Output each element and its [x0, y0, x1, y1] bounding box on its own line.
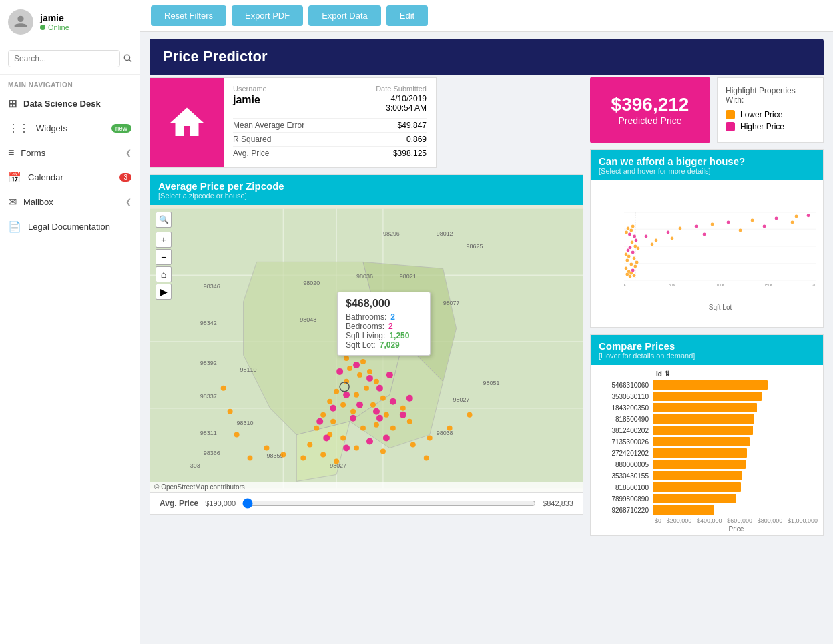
x-tick-0: $0: [655, 517, 661, 524]
search-button[interactable]: [123, 53, 132, 65]
sidebar-item-mailbox[interactable]: ✉ Mailbox ❮: [0, 190, 140, 214]
svg-text:98296: 98296: [383, 230, 400, 237]
bar: [653, 460, 746, 469]
svg-point-79: [386, 372, 393, 378]
price-min: $190,000: [205, 499, 236, 507]
list-icon: ≡: [8, 147, 14, 159]
svg-point-144: [775, 217, 778, 220]
mail-icon: ✉: [8, 196, 17, 208]
sort-icon: ⇅: [665, 370, 670, 378]
reset-filters-button[interactable]: Reset Filters: [151, 5, 226, 26]
sidebar-item-forms[interactable]: ≡ Forms ❮: [0, 141, 140, 165]
table-row: 3530530110: [596, 392, 818, 401]
svg-point-143: [751, 219, 754, 222]
svg-point-114: [629, 263, 633, 266]
svg-text:98027: 98027: [453, 396, 470, 403]
bar: [653, 403, 757, 412]
table-row: 9268710220: [596, 505, 818, 515]
svg-text:98043: 98043: [300, 316, 316, 323]
metric-mae: Mean Average Error $49,847: [233, 118, 427, 132]
svg-point-55: [307, 442, 312, 448]
map-section: Average Price per Zipcode [Select a zipc…: [150, 174, 583, 515]
info-card: Username Date Submitted jamie 4/10/2019 …: [150, 77, 437, 168]
bar: [653, 392, 762, 401]
svg-text:98359: 98359: [266, 452, 283, 459]
edit-button[interactable]: Edit: [386, 5, 428, 26]
svg-point-86: [350, 415, 356, 422]
svg-line-2: [129, 59, 131, 61]
svg-point-74: [353, 362, 360, 368]
avatar: [8, 9, 33, 35]
svg-text:98077: 98077: [443, 300, 460, 306]
sidebar-item-data-science-desk[interactable]: ⊞ Data Science Desk: [0, 91, 140, 116]
info-values-row: jamie 4/10/2019 3:00:54 AM: [233, 94, 427, 113]
map-zoom-out-button[interactable]: −: [156, 249, 172, 265]
svg-point-146: [807, 214, 810, 217]
svg-point-130: [625, 231, 628, 234]
svg-point-137: [655, 239, 658, 242]
svg-point-135: [633, 235, 636, 238]
sidebar-item-label-legal: Legal Documentation: [28, 222, 110, 232]
svg-point-126: [629, 272, 633, 275]
svg-point-52: [374, 422, 379, 428]
info-headers: Username Date Submitted: [233, 85, 427, 94]
table-row: 818500100: [596, 482, 818, 492]
sidebar-item-label-data-science-desk: Data Science Desk: [23, 99, 101, 109]
svg-point-56: [320, 452, 326, 458]
svg-point-117: [633, 257, 636, 260]
export-pdf-button[interactable]: Export PDF: [232, 5, 303, 26]
svg-point-65: [447, 426, 453, 431]
dashboard-title: Price Predictor: [150, 39, 824, 75]
map-search-button[interactable]: 🔍: [156, 212, 172, 228]
svg-point-109: [625, 253, 628, 256]
scatter-svg: 1500 1000 500 0 0K 50K 100K 150K 200K: [624, 186, 816, 307]
price-range-input[interactable]: [242, 498, 536, 509]
svg-point-58: [280, 452, 286, 458]
svg-point-129: [633, 265, 637, 268]
tooltip-bedrooms: Bedrooms: 2: [346, 322, 422, 331]
sidebar-item-calendar[interactable]: 📅 Calendar 3: [0, 165, 140, 190]
sidebar-item-widgets[interactable]: ⋮⋮ Widgets new: [0, 116, 140, 141]
svg-point-0: [17, 16, 23, 22]
tooltip-price: $468,000: [346, 298, 422, 310]
svg-point-127: [631, 269, 635, 272]
tooltip-sqft-lot: Sqft Lot: 7,029: [346, 340, 422, 350]
bar: [653, 414, 754, 424]
price-slider-label: Avg. Price: [160, 499, 198, 508]
metrics-block: Mean Average Error $49,847 R Squared 0.8…: [233, 118, 427, 160]
x-tick-5: $1,000,000: [788, 517, 818, 524]
svg-point-82: [373, 408, 380, 415]
price-max: $842,833: [543, 499, 573, 507]
svg-point-59: [264, 446, 269, 451]
map-area[interactable]: 98296 98012 98625 98346 98020 98036 9802…: [150, 205, 583, 492]
map-forward-button[interactable]: ▶: [156, 284, 172, 300]
svg-point-39: [327, 399, 332, 404]
svg-text:98346: 98346: [204, 283, 220, 290]
svg-point-80: [330, 405, 336, 412]
tooltip-bathrooms: Bathrooms: 2: [346, 312, 422, 322]
lower-price-dot: [726, 110, 735, 119]
left-column: Username Date Submitted jamie 4/10/2019 …: [150, 75, 583, 536]
svg-text:98337: 98337: [200, 393, 217, 400]
svg-point-71: [221, 386, 226, 391]
svg-point-42: [320, 412, 326, 418]
svg-point-30: [360, 359, 366, 364]
svg-point-151: [763, 225, 766, 228]
export-data-button[interactable]: Export Data: [308, 5, 381, 26]
map-zoom-in-button[interactable]: +: [156, 232, 172, 248]
sidebar-item-label-calendar: Calendar: [28, 172, 63, 182]
map-home-button[interactable]: ⌂: [156, 266, 172, 282]
username-label: jamie: [40, 13, 69, 23]
svg-point-128: [633, 274, 636, 277]
svg-text:98392: 98392: [200, 360, 217, 366]
forms-chevron-icon: ❮: [125, 149, 131, 157]
search-input[interactable]: [8, 50, 120, 67]
metric-rsquared: R Squared 0.869: [233, 132, 427, 146]
sidebar-item-legal[interactable]: 📄 Legal Documentation: [0, 214, 140, 239]
user-section: jamie Online: [0, 0, 140, 43]
svg-point-69: [234, 432, 240, 438]
svg-text:98366: 98366: [204, 450, 220, 456]
svg-point-50: [340, 436, 346, 441]
svg-point-62: [380, 449, 386, 454]
compare-header: Compare Prices [Hover for details on dem…: [591, 335, 823, 365]
